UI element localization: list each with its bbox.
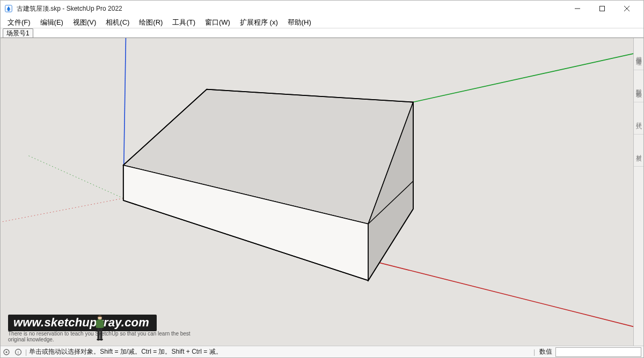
tray-styles[interactable]: 样式: [634, 102, 643, 135]
app-icon: [4, 4, 13, 13]
model-canvas: [1, 38, 633, 346]
close-button[interactable]: [614, 1, 639, 17]
watermark: www.sketchupvray.com There is no reserva…: [6, 315, 194, 342]
menu-edit[interactable]: 编辑(E): [35, 17, 68, 28]
svg-text:i: i: [18, 350, 19, 355]
viewport[interactable]: www.sketchupvray.com There is no reserva…: [1, 38, 634, 346]
menu-ext[interactable]: 扩展程序 (x): [235, 17, 283, 28]
menu-bar: 文件(F) 编辑(E) 视图(V) 相机(C) 绘图(R) 工具(T) 窗口(W…: [1, 17, 643, 28]
menu-tools[interactable]: 工具(T): [167, 17, 200, 28]
tray-model-manage[interactable]: 模型管理: [634, 38, 643, 70]
vcb-input[interactable]: [555, 347, 641, 357]
separator: |: [25, 348, 27, 356]
tray-buttons: 模型管理 默认面板 样式 材质: [634, 38, 643, 346]
title-bar: 古建筑屋顶.skp - SketchUp Pro 2022: [1, 1, 643, 17]
separator: |: [533, 348, 535, 356]
menu-camera[interactable]: 相机(C): [101, 17, 134, 28]
tray-default-panel[interactable]: 默认面板: [634, 70, 643, 102]
svg-point-22: [100, 339, 103, 341]
tray-materials[interactable]: 材质: [634, 135, 643, 167]
menu-view[interactable]: 视图(V): [68, 17, 101, 28]
menu-draw[interactable]: 绘图(R): [134, 17, 167, 28]
svg-rect-17: [98, 328, 100, 339]
svg-point-24: [5, 351, 7, 353]
vcb-label: 数值: [536, 347, 555, 356]
svg-rect-19: [96, 320, 98, 328]
scene-tab-1[interactable]: 场景号1: [3, 28, 33, 38]
menu-window[interactable]: 窗口(W): [200, 17, 235, 28]
maximize-button[interactable]: [590, 1, 614, 17]
app-window: 古建筑屋顶.skp - SketchUp Pro 2022 文件(F) 编辑(E…: [0, 0, 644, 358]
svg-rect-16: [97, 319, 103, 328]
menu-file[interactable]: 文件(F): [3, 17, 35, 28]
scene-tabs: 场景号1: [1, 28, 643, 38]
minimize-button[interactable]: [565, 1, 590, 17]
geolocation-icon[interactable]: [1, 348, 12, 356]
svg-rect-2: [600, 6, 605, 11]
menu-help[interactable]: 帮助(H): [283, 17, 316, 28]
work-area: www.sketchupvray.com There is no reserva…: [1, 38, 643, 346]
status-bar: i | 单击或拖动以选择对象。Shift = 加/减。Ctrl = 加。Shif…: [1, 346, 643, 357]
credits-icon[interactable]: i: [12, 348, 24, 356]
svg-point-21: [97, 339, 100, 341]
status-hint: 单击或拖动以选择对象。Shift = 加/减。Ctrl = 加。Shift + …: [28, 347, 532, 356]
svg-rect-20: [102, 320, 104, 328]
window-title: 古建筑屋顶.skp - SketchUp Pro 2022: [17, 4, 122, 13]
svg-rect-18: [100, 328, 102, 339]
